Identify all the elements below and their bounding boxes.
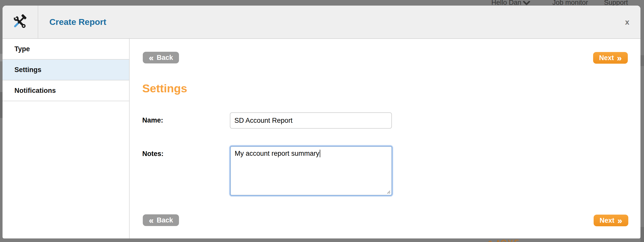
overlay-artifact	[640, 55, 644, 66]
double-chevron-right-icon: »	[617, 53, 622, 63]
page-title: Settings	[142, 82, 187, 95]
dialog-header: Create Report x	[3, 6, 640, 39]
double-chevron-right-icon: »	[617, 215, 622, 226]
sidebar-item-type[interactable]: Type	[3, 39, 129, 60]
overlay-artifact	[0, 54, 3, 61]
notes-textarea[interactable]: My account report summary	[230, 146, 392, 196]
back-button-label: Back	[157, 216, 173, 224]
name-label: Name:	[142, 116, 163, 124]
chevron-down-icon[interactable]	[523, 1, 530, 5]
dialog-title: Create Report	[38, 17, 106, 27]
create-report-dialog: Create Report x Type Settings Notificati…	[3, 6, 640, 238]
next-button-top[interactable]: Next »	[593, 52, 628, 64]
notes-text: My account report summary	[235, 150, 319, 157]
sidebar-item-label: Type	[14, 45, 30, 53]
settings-step-panel: « Back Next » Settings Name: Notes: My a…	[130, 39, 640, 238]
background-text-peek: a tOVF	[488, 238, 520, 242]
tools-icon	[12, 14, 28, 30]
next-button-label: Next	[599, 54, 614, 62]
sidebar-item-label: Notifications	[14, 87, 56, 95]
resize-handle-icon[interactable]	[387, 190, 391, 194]
overlay-artifact	[640, 227, 644, 242]
back-button-label: Back	[157, 54, 173, 62]
sidebar-item-label: Settings	[14, 66, 42, 74]
double-chevron-left-icon: «	[149, 53, 154, 63]
next-button-bottom[interactable]: Next »	[594, 215, 628, 226]
screen: Hello Dan Job monitor Support a tOVF	[0, 0, 644, 242]
text-caret	[320, 150, 320, 157]
dialog-icon-box	[3, 6, 38, 38]
overlay-artifact	[0, 92, 3, 118]
wizard-steps-sidebar: Type Settings Notifications	[3, 39, 130, 238]
back-button-bottom[interactable]: « Back	[143, 214, 179, 226]
dialog-body: Type Settings Notifications « Back Next …	[3, 39, 640, 238]
close-icon[interactable]: x	[625, 18, 629, 26]
sidebar-item-notifications[interactable]: Notifications	[3, 80, 129, 101]
back-button-top[interactable]: « Back	[143, 52, 179, 63]
name-input[interactable]	[230, 112, 392, 129]
next-button-label: Next	[600, 217, 615, 224]
double-chevron-left-icon: «	[149, 215, 154, 225]
sidebar-item-settings[interactable]: Settings	[3, 60, 129, 80]
notes-label: Notes:	[142, 150, 164, 158]
